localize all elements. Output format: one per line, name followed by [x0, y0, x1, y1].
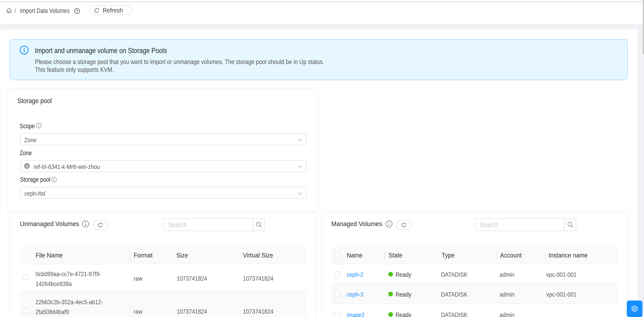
svg-text:?: ?	[76, 9, 78, 13]
